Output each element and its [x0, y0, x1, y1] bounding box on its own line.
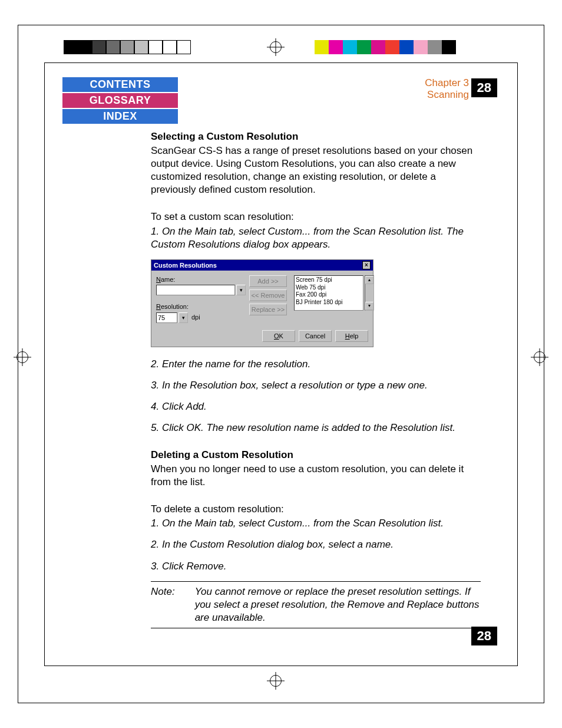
remove-button[interactable]: << Remove	[249, 289, 287, 301]
registration-mark	[270, 675, 282, 687]
chevron-down-icon[interactable]: ▾	[178, 312, 188, 323]
nav-index[interactable]: INDEX	[62, 109, 178, 124]
crop-mark	[18, 689, 32, 703]
nav-contents[interactable]: CONTENTS	[62, 77, 178, 92]
help-button[interactable]: Help	[335, 330, 368, 342]
chapter-label: Chapter 3 Scanning	[425, 77, 469, 100]
ok-button[interactable]: OK	[262, 330, 295, 342]
resolution-input[interactable]	[156, 312, 177, 323]
replace-button[interactable]: Replace >>	[249, 304, 287, 315]
heading-deleting: Deleting a Custom Resolution	[151, 449, 481, 462]
add-button[interactable]: Add >>	[249, 275, 287, 287]
del-step-3: 3. Click Remove.	[151, 560, 481, 573]
crop-mark	[530, 25, 544, 39]
registration-mark	[270, 41, 282, 53]
page: CONTENTS GLOSSARY INDEX Chapter 3 Scanni…	[44, 62, 518, 666]
note-label: Note:	[151, 585, 175, 624]
set-step-3: 3. In the Resolution box, select a resol…	[151, 379, 481, 392]
subhead-delete: To delete a custom resolution:	[151, 503, 481, 516]
dialog-body: Name: ▾ Resolution: ▾ dpi Add >> <<	[151, 271, 373, 328]
set-step-4: 4. Click Add.	[151, 400, 481, 413]
color-bar-left	[64, 40, 191, 54]
list-item[interactable]: Web 75 dpi	[296, 284, 362, 292]
intro-para: ScanGear CS-S has a range of preset reso…	[151, 144, 481, 196]
page-number-top: 28	[471, 78, 497, 97]
color-bar-right	[300, 40, 456, 54]
chevron-down-icon[interactable]: ▾	[236, 285, 246, 295]
set-step-5: 5. Click OK. The new resolution name is …	[151, 421, 481, 434]
set-step-2: 2. Enter the name for the resolution.	[151, 358, 481, 371]
chapter-title: Scanning	[425, 89, 469, 101]
page-number-bottom: 28	[471, 627, 497, 645]
del-step-1: 1. On the Main tab, select Custom... fro…	[151, 517, 481, 530]
nav-links: CONTENTS GLOSSARY INDEX	[62, 77, 178, 125]
set-step-1: 1. On the Main tab, select Custom... fro…	[151, 225, 481, 251]
scroll-down-icon[interactable]: ▾	[365, 302, 373, 310]
preset-list[interactable]: Screen 75 dpiWeb 75 dpiFax 200 dpiBJ Pri…	[294, 275, 363, 311]
heading-selecting: Selecting a Custom Resolution	[151, 130, 481, 143]
subhead-set: To set a custom scan resolution:	[151, 210, 481, 223]
deleting-intro: When you no longer need to use a custom …	[151, 463, 481, 489]
scrollbar[interactable]: ▴ ▾	[365, 275, 374, 311]
registration-mark	[16, 351, 28, 363]
note-block: Note: You cannot remove or replace the p…	[151, 581, 481, 628]
list-item[interactable]: Fax 200 dpi	[296, 291, 362, 299]
dialog-title: Custom Resolutions	[154, 261, 217, 269]
content-area: Selecting a Custom Resolution ScanGear C…	[151, 130, 481, 628]
crop-mark	[18, 25, 32, 39]
name-label: Name:	[156, 275, 246, 284]
registration-mark	[534, 351, 546, 363]
resolution-label: Resolution:	[156, 302, 246, 311]
list-item[interactable]: Screen 75 dpi	[296, 276, 362, 284]
custom-resolutions-dialog: Custom Resolutions × Name: ▾ Resolution:…	[151, 259, 373, 347]
dpi-unit: dpi	[191, 313, 200, 321]
cancel-button[interactable]: Cancel	[299, 330, 332, 342]
dialog-titlebar: Custom Resolutions ×	[151, 260, 373, 271]
chapter-number: Chapter 3	[425, 77, 469, 89]
list-item[interactable]: BJ Printer 180 dpi	[296, 299, 362, 307]
note-text: You cannot remove or replace the preset …	[195, 585, 481, 624]
dialog-footer: OK Cancel Help	[151, 328, 373, 347]
name-input[interactable]	[156, 285, 235, 295]
del-step-2: 2. In the Custom Resolution dialog box, …	[151, 538, 481, 551]
nav-glossary[interactable]: GLOSSARY	[62, 93, 178, 108]
crop-mark	[530, 689, 544, 703]
scroll-up-icon[interactable]: ▴	[365, 276, 373, 284]
close-icon[interactable]: ×	[362, 261, 371, 269]
